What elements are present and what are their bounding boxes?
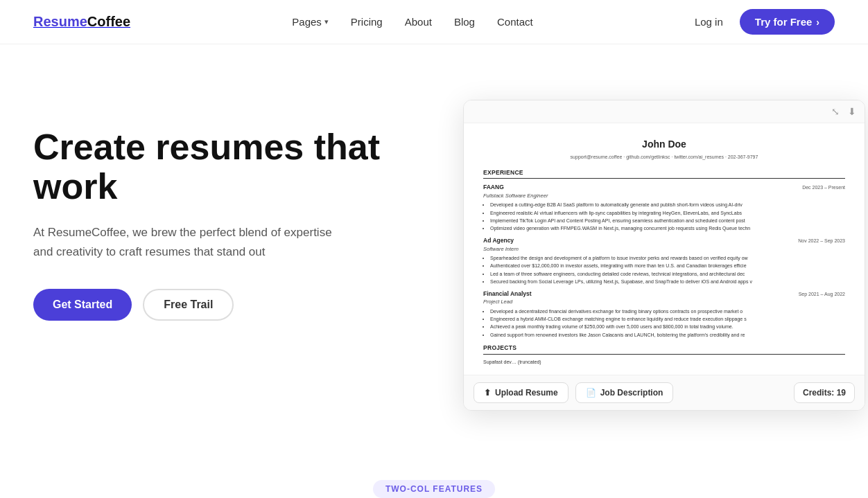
upload-icon: ⬆ [484, 388, 491, 398]
experience-section-title: EXPERIENCE [483, 168, 845, 179]
role-faang: Fullstack Software Engineer [483, 192, 845, 199]
bullets-finance: Developed a decentralized financial deri… [483, 308, 845, 339]
arrow-right-icon: › [816, 17, 819, 28]
bullet-item: Spearheaded the design and development o… [490, 255, 845, 262]
bullet-item: Achieved a peak monthly trading volume o… [490, 323, 845, 330]
bullet-item: Engineered realistic AI virtual influenc… [490, 210, 845, 217]
download-icon[interactable]: ⬇ [848, 106, 856, 117]
hero-subtitle: At ResumeCoffee, we brew the perfect ble… [33, 223, 338, 260]
chevron-down-icon: ▾ [324, 17, 329, 26]
nav-blog-link[interactable]: Blog [454, 16, 475, 28]
bullet-item: Optimized video generation with FFMPEG.W… [490, 225, 845, 232]
bullet-item: Engineered a hybrid AMM-CLOB exchange ma… [490, 316, 845, 323]
bullet-item: Gained support from renowned investors l… [490, 332, 845, 339]
credits-badge: Credits: 19 [794, 382, 855, 403]
nav-pricing-link[interactable]: Pricing [351, 16, 383, 28]
nav-pages-link[interactable]: Pages ▾ [292, 16, 329, 28]
nav-actions: Log in Try for Free › [695, 9, 835, 35]
resize-icon[interactable]: ⤡ [831, 106, 840, 117]
resume-preview-card: ⤡ ⬇ John Doe support@resume.coffee · git… [463, 100, 865, 411]
free-trial-button[interactable]: Free Trail [143, 289, 234, 321]
bullets-faang: Developed a cutting-edge B2B AI SaaS pla… [483, 202, 845, 232]
projects-content: Supafast dev… (truncated) [483, 359, 845, 366]
company-faang: FAANG [483, 183, 504, 192]
logo[interactable]: ResumeCoffee [33, 14, 130, 30]
dates-agency: Nov 2022 – Sep 2023 [798, 238, 845, 245]
resume-name: John Doe [483, 137, 845, 152]
navbar: ResumeCoffee Pages ▾ Pricing About Blog … [0, 0, 868, 44]
role-finance: Project Lead [483, 298, 845, 305]
dates-faang: Dec 2023 – Present [802, 184, 845, 192]
resume-job-faang: FAANG Dec 2023 – Present Fullstack Softw… [483, 183, 845, 232]
company-finance: Financial Analyst [483, 290, 532, 299]
bullet-item: Led a team of three software engineers, … [490, 271, 845, 278]
resume-card-toolbar: ⤡ ⬇ [464, 100, 865, 123]
bullet-item: Secured backing from Social Leverage LPs… [490, 278, 845, 285]
hero-right-content: ⤡ ⬇ John Doe support@resume.coffee · git… [463, 100, 865, 411]
resume-body: John Doe support@resume.coffee · github.… [464, 123, 865, 375]
role-agency: Software Intern [483, 245, 845, 253]
projects-section-title: PROJECTS [483, 344, 845, 355]
hero-buttons: Get Started Free Trail [33, 289, 435, 321]
hero-section: Create resumes that work At ResumeCoffee… [0, 44, 868, 452]
login-button[interactable]: Log in [695, 16, 723, 28]
bottom-section: TWO-COL FEATURES Supercharge Your Resume [0, 452, 868, 498]
hero-title: Create resumes that work [33, 127, 380, 206]
bullet-item: Implemented TikTok Login API and Content… [490, 217, 845, 224]
resume-contact: support@resume.coffee · github.com/getli… [483, 154, 845, 161]
document-icon: 📄 [586, 388, 596, 398]
get-started-button[interactable]: Get Started [33, 289, 132, 321]
nav-about-link[interactable]: About [405, 16, 432, 28]
resume-job-finance: Financial Analyst Sep 2021 – Aug 2022 Pr… [483, 290, 845, 339]
upload-resume-button[interactable]: ⬆ Upload Resume [474, 382, 568, 403]
nav-links: Pages ▾ Pricing About Blog Contact [292, 16, 532, 28]
hero-left-content: Create resumes that work At ResumeCoffee… [33, 100, 435, 321]
bullets-agency: Spearheaded the design and development o… [483, 255, 845, 285]
dates-finance: Sep 2021 – Aug 2022 [799, 291, 845, 299]
company-agency: Ad Agency [483, 236, 514, 245]
bullet-item: Developed a cutting-edge B2B AI SaaS pla… [490, 202, 845, 208]
resume-card-footer: ⬆ Upload Resume 📄 Job Description Credit… [464, 375, 865, 410]
nav-contact-link[interactable]: Contact [497, 16, 533, 28]
job-description-button[interactable]: 📄 Job Description [575, 382, 674, 403]
try-for-free-button[interactable]: Try for Free › [740, 9, 835, 35]
bullet-item: Authenticated over $12,000,000 in invest… [490, 263, 845, 269]
bullet-item: Developed a decentralized financial deri… [490, 308, 845, 315]
features-badge: TWO-COL FEATURES [373, 480, 495, 498]
resume-job-agency: Ad Agency Nov 2022 – Sep 2023 Software I… [483, 236, 845, 285]
